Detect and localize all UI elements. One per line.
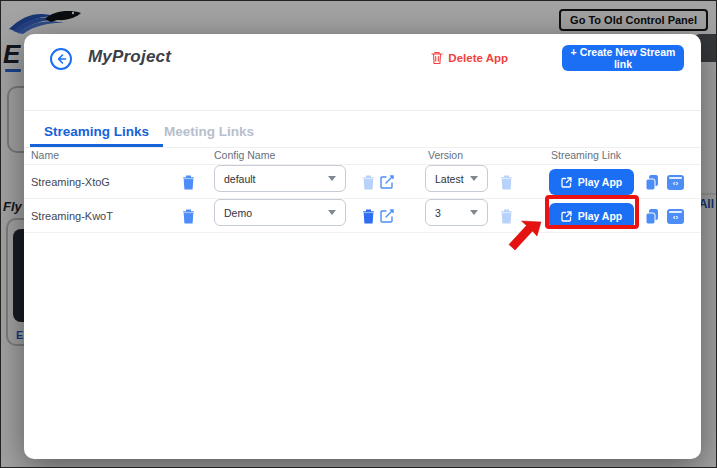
version-select[interactable]: Latest	[425, 165, 488, 192]
config-selected-value: default	[224, 173, 256, 185]
external-link-icon	[561, 211, 572, 222]
embed-code-icon: ‹›	[667, 175, 684, 190]
play-app-label: Play App	[578, 176, 623, 188]
embed-code-button[interactable]: ‹›	[667, 165, 684, 199]
copy-link-button[interactable]	[644, 165, 660, 199]
config-selected-value: Demo	[224, 207, 252, 219]
chevron-down-icon	[328, 210, 336, 215]
version-selected-value: 3	[435, 207, 441, 219]
chevron-down-icon	[328, 176, 336, 181]
copy-link-button[interactable]	[644, 199, 660, 233]
trash-icon	[182, 175, 195, 190]
config-name-select[interactable]: Demo	[214, 199, 346, 226]
stream-name-label: Streaming-KwoT	[31, 199, 181, 233]
copy-icon	[644, 208, 660, 225]
delete-stream-button[interactable]	[182, 165, 195, 199]
embed-code-icon: ‹›	[667, 209, 684, 224]
trash-icon	[362, 209, 375, 224]
tab-bar: Streaming Links Meeting Links	[24, 118, 701, 148]
table-row: Streaming-KwoT Demo 3	[24, 199, 701, 233]
arrow-left-icon	[55, 53, 67, 65]
delete-config-button[interactable]	[362, 199, 375, 233]
chevron-down-icon	[470, 210, 478, 215]
table-row: Streaming-XtoG default Latest	[24, 165, 701, 199]
play-app-label: Play App	[578, 210, 623, 222]
trash-outline-icon	[431, 51, 443, 65]
annotation-arrow-icon	[507, 220, 543, 254]
delete-config-button[interactable]	[362, 165, 375, 199]
chevron-down-icon	[470, 176, 478, 181]
play-app-button[interactable]: Play App	[549, 169, 634, 195]
page-title: MyProject	[88, 47, 171, 67]
version-selected-value: Latest	[435, 173, 464, 185]
tab-streaming-links[interactable]: Streaming Links	[30, 118, 163, 147]
play-app-button[interactable]: Play App	[549, 203, 634, 229]
external-link-icon	[561, 177, 572, 188]
table-header-row: Name Config Name Version Streaming Link	[24, 148, 701, 165]
config-name-select[interactable]: default	[214, 165, 346, 192]
tab-meeting-links[interactable]: Meeting Links	[154, 118, 264, 147]
screenshot-frame: Go To Old Control Panel E Fly E All MyPr…	[0, 0, 717, 468]
trash-icon	[362, 175, 375, 190]
stream-name-label: Streaming-XtoG	[31, 165, 181, 199]
create-new-stream-link-button[interactable]: + Create New Stream link	[562, 45, 684, 71]
version-select[interactable]: 3	[425, 199, 488, 226]
embed-code-button[interactable]: ‹›	[667, 199, 684, 233]
delete-version-button[interactable]	[500, 165, 513, 199]
edit-icon	[380, 209, 394, 223]
delete-app-button[interactable]: Delete App	[431, 51, 508, 65]
edit-icon	[380, 175, 394, 189]
back-button[interactable]	[50, 48, 72, 70]
project-modal: MyProject Delete App + Create New Stream…	[24, 34, 701, 459]
edit-config-button[interactable]	[380, 165, 394, 199]
delete-stream-button[interactable]	[182, 199, 195, 233]
column-header-version: Version	[428, 149, 463, 161]
delete-app-label: Delete App	[448, 52, 508, 64]
edit-config-button[interactable]	[380, 199, 394, 233]
trash-icon	[182, 209, 195, 224]
column-header-streaming-link: Streaming Link	[551, 149, 621, 161]
column-header-config-name: Config Name	[214, 149, 275, 161]
trash-icon	[500, 175, 513, 190]
column-header-name: Name	[31, 149, 59, 161]
copy-icon	[644, 174, 660, 191]
modal-header: MyProject Delete App + Create New Stream…	[24, 34, 701, 111]
